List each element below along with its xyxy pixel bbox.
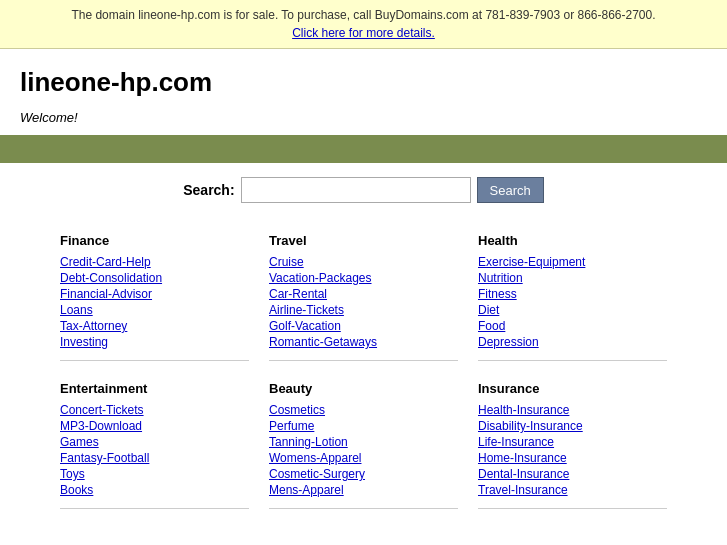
list-item: Disability-Insurance: [478, 418, 667, 433]
list-item: Perfume: [269, 418, 458, 433]
category-title-travel: Travel: [269, 233, 458, 248]
category-link[interactable]: Car-Rental: [269, 287, 327, 301]
category-title-insurance: Insurance: [478, 381, 667, 396]
list-item: Fitness: [478, 286, 667, 301]
category-block-health: HealthExercise-EquipmentNutritionFitness…: [478, 223, 667, 361]
list-item: Cosmetics: [269, 402, 458, 417]
category-link[interactable]: Golf-Vacation: [269, 319, 341, 333]
category-link[interactable]: Nutrition: [478, 271, 523, 285]
category-link[interactable]: Home-Insurance: [478, 451, 567, 465]
category-link[interactable]: Games: [60, 435, 99, 449]
list-item: Loans: [60, 302, 249, 317]
list-item: Health-Insurance: [478, 402, 667, 417]
category-block-insurance: InsuranceHealth-InsuranceDisability-Insu…: [478, 371, 667, 509]
category-link[interactable]: Food: [478, 319, 505, 333]
list-item: Golf-Vacation: [269, 318, 458, 333]
category-link[interactable]: Romantic-Getaways: [269, 335, 377, 349]
category-link[interactable]: Diet: [478, 303, 499, 317]
category-link[interactable]: Depression: [478, 335, 539, 349]
list-item: Airline-Tickets: [269, 302, 458, 317]
list-item: Fantasy-Football: [60, 450, 249, 465]
list-item: Womens-Apparel: [269, 450, 458, 465]
category-link[interactable]: Investing: [60, 335, 108, 349]
list-item: Games: [60, 434, 249, 449]
list-item: Toys: [60, 466, 249, 481]
category-links-insurance: Health-InsuranceDisability-InsuranceLife…: [478, 402, 667, 497]
list-item: Home-Insurance: [478, 450, 667, 465]
category-link[interactable]: Womens-Apparel: [269, 451, 361, 465]
list-item: Life-Insurance: [478, 434, 667, 449]
category-title-finance: Finance: [60, 233, 249, 248]
list-item: Concert-Tickets: [60, 402, 249, 417]
category-links-travel: CruiseVacation-PackagesCar-RentalAirline…: [269, 254, 458, 349]
site-title-area: lineone-hp.com: [0, 49, 727, 104]
list-item: MP3-Download: [60, 418, 249, 433]
category-links-finance: Credit-Card-HelpDebt-ConsolidationFinanc…: [60, 254, 249, 349]
category-link[interactable]: Toys: [60, 467, 85, 481]
category-link[interactable]: Debt-Consolidation: [60, 271, 162, 285]
category-title-entertainment: Entertainment: [60, 381, 249, 396]
category-title-health: Health: [478, 233, 667, 248]
search-area: Search: Search: [0, 163, 727, 219]
category-link[interactable]: Fantasy-Football: [60, 451, 149, 465]
list-item: Credit-Card-Help: [60, 254, 249, 269]
category-link[interactable]: Exercise-Equipment: [478, 255, 585, 269]
categories-grid: FinanceCredit-Card-HelpDebt-Consolidatio…: [0, 219, 727, 539]
category-block-entertainment: EntertainmentConcert-TicketsMP3-Download…: [60, 371, 249, 509]
list-item: Depression: [478, 334, 667, 349]
category-link[interactable]: Health-Insurance: [478, 403, 569, 417]
search-input[interactable]: [241, 177, 471, 203]
list-item: Travel-Insurance: [478, 482, 667, 497]
search-label: Search:: [183, 182, 234, 198]
category-block-beauty: BeautyCosmeticsPerfumeTanning-LotionWome…: [269, 371, 458, 509]
search-button[interactable]: Search: [477, 177, 544, 203]
list-item: Tanning-Lotion: [269, 434, 458, 449]
category-links-entertainment: Concert-TicketsMP3-DownloadGamesFantasy-…: [60, 402, 249, 497]
list-item: Diet: [478, 302, 667, 317]
category-link[interactable]: Travel-Insurance: [478, 483, 568, 497]
category-link[interactable]: Life-Insurance: [478, 435, 554, 449]
list-item: Financial-Advisor: [60, 286, 249, 301]
list-item: Books: [60, 482, 249, 497]
list-item: Cruise: [269, 254, 458, 269]
list-item: Mens-Apparel: [269, 482, 458, 497]
category-link[interactable]: Perfume: [269, 419, 314, 433]
category-link[interactable]: Loans: [60, 303, 93, 317]
category-link[interactable]: Dental-Insurance: [478, 467, 569, 481]
list-item: Debt-Consolidation: [60, 270, 249, 285]
category-link[interactable]: Airline-Tickets: [269, 303, 344, 317]
category-link[interactable]: Vacation-Packages: [269, 271, 372, 285]
category-link[interactable]: Cosmetics: [269, 403, 325, 417]
list-item: Tax-Attorney: [60, 318, 249, 333]
category-links-beauty: CosmeticsPerfumeTanning-LotionWomens-App…: [269, 402, 458, 497]
site-title: lineone-hp.com: [20, 67, 707, 98]
banner-link[interactable]: Click here for more details.: [292, 26, 435, 40]
list-item: Vacation-Packages: [269, 270, 458, 285]
category-link[interactable]: Cruise: [269, 255, 304, 269]
category-link[interactable]: MP3-Download: [60, 419, 142, 433]
category-link[interactable]: Books: [60, 483, 93, 497]
category-link[interactable]: Credit-Card-Help: [60, 255, 151, 269]
sale-banner: The domain lineone-hp.com is for sale. T…: [0, 0, 727, 49]
category-block-finance: FinanceCredit-Card-HelpDebt-Consolidatio…: [60, 223, 249, 361]
list-item: Car-Rental: [269, 286, 458, 301]
category-link[interactable]: Concert-Tickets: [60, 403, 144, 417]
category-link[interactable]: Fitness: [478, 287, 517, 301]
nav-bar: [0, 135, 727, 163]
category-link[interactable]: Financial-Advisor: [60, 287, 152, 301]
category-link[interactable]: Disability-Insurance: [478, 419, 583, 433]
category-links-health: Exercise-EquipmentNutritionFitnessDietFo…: [478, 254, 667, 349]
category-title-beauty: Beauty: [269, 381, 458, 396]
category-link[interactable]: Mens-Apparel: [269, 483, 344, 497]
list-item: Investing: [60, 334, 249, 349]
category-link[interactable]: Tax-Attorney: [60, 319, 127, 333]
category-block-travel: TravelCruiseVacation-PackagesCar-RentalA…: [269, 223, 458, 361]
welcome-text: Welcome!: [0, 104, 727, 135]
list-item: Dental-Insurance: [478, 466, 667, 481]
list-item: Romantic-Getaways: [269, 334, 458, 349]
list-item: Food: [478, 318, 667, 333]
list-item: Exercise-Equipment: [478, 254, 667, 269]
category-link[interactable]: Cosmetic-Surgery: [269, 467, 365, 481]
category-link[interactable]: Tanning-Lotion: [269, 435, 348, 449]
list-item: Nutrition: [478, 270, 667, 285]
